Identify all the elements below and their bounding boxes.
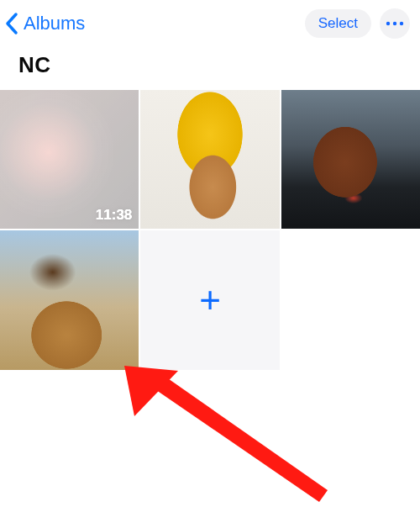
svg-point-1 <box>393 22 396 25</box>
svg-point-2 <box>400 22 403 25</box>
photo-thumbnail[interactable] <box>140 90 279 229</box>
back-label: Albums <box>24 13 85 34</box>
plus-icon: + <box>199 282 221 319</box>
navbar-actions: Select <box>305 8 410 39</box>
select-button[interactable]: Select <box>305 9 371 38</box>
photo-thumbnail[interactable] <box>281 90 420 229</box>
photo-grid: 11:38 + <box>0 90 420 370</box>
navbar: Albums Select <box>0 0 420 44</box>
photo-thumbnail[interactable] <box>0 230 139 369</box>
more-button[interactable] <box>380 8 410 39</box>
video-duration: 11:38 <box>96 207 132 224</box>
svg-point-0 <box>386 22 390 25</box>
ellipsis-icon <box>386 21 404 26</box>
photo-thumbnail[interactable]: 11:38 <box>0 90 139 229</box>
chevron-left-icon <box>3 11 22 36</box>
add-photo-button[interactable]: + <box>140 230 279 369</box>
annotation-arrow <box>118 366 336 507</box>
empty-cell <box>281 230 420 369</box>
svg-marker-4 <box>124 366 178 416</box>
svg-marker-3 <box>143 369 328 502</box>
album-title: NC <box>0 44 420 90</box>
back-button[interactable]: Albums <box>3 11 85 36</box>
